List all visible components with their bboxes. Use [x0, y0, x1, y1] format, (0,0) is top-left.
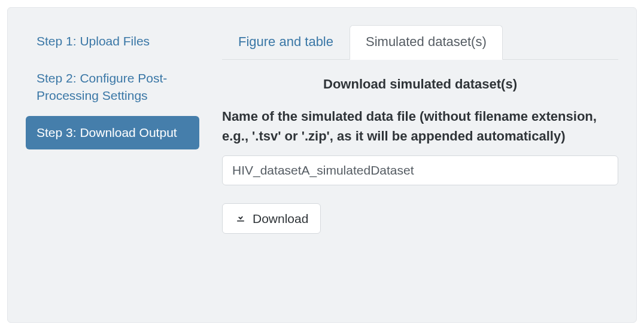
tab-bar: Figure and table Simulated dataset(s) — [222, 25, 618, 60]
sidebar-item-step2[interactable]: Step 2: Configure Post-Processing Settin… — [26, 62, 199, 112]
section-title: Download simulated dataset(s) — [222, 77, 618, 92]
tab-figure-and-table[interactable]: Figure and table — [222, 25, 350, 60]
content-area: Figure and table Simulated dataset(s) Do… — [199, 25, 618, 305]
sidebar-item-step1[interactable]: Step 1: Upload Files — [26, 25, 199, 58]
tab-simulated-datasets[interactable]: Simulated dataset(s) — [350, 25, 503, 60]
download-button[interactable]: Download — [222, 203, 321, 234]
filename-input[interactable] — [222, 155, 618, 185]
sidebar-item-step3[interactable]: Step 3: Download Output — [26, 116, 199, 149]
filename-field-label: Name of the simulated data file (without… — [222, 106, 618, 146]
step-sidebar: Step 1: Upload Files Step 2: Configure P… — [26, 25, 199, 305]
download-icon — [235, 211, 247, 226]
download-button-label: Download — [253, 212, 308, 226]
main-panel: Step 1: Upload Files Step 2: Configure P… — [7, 7, 637, 323]
